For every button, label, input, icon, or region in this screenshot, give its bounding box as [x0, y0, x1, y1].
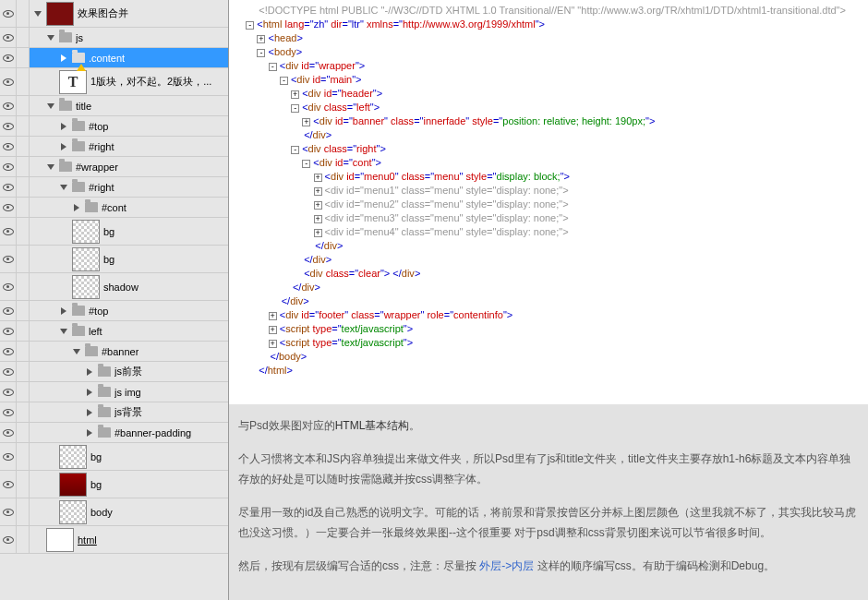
layer-row[interactable]: js: [0, 28, 228, 48]
code-line[interactable]: +<div id="header">: [235, 87, 862, 101]
expand-icon[interactable]: +: [257, 35, 265, 43]
expand-icon[interactable]: -: [280, 77, 288, 85]
code-line[interactable]: <div class="clear"> </div>: [235, 267, 862, 281]
code-line[interactable]: +<div id="footer" class="wrapper" role="…: [235, 308, 862, 322]
visibility-toggle[interactable]: [0, 218, 17, 245]
layers-panel[interactable]: 效果图合并js.contentT1版块，对不起。2版块，...title#top…: [0, 0, 229, 600]
code-line[interactable]: +<div id="menu1" class="menu" style="dis…: [235, 184, 862, 198]
expand-icon[interactable]: +: [291, 90, 299, 99]
layer-row[interactable]: shadow: [0, 273, 228, 301]
visibility-toggle[interactable]: [0, 423, 17, 442]
expand-icon[interactable]: +: [269, 326, 277, 334]
disclosure-icon[interactable]: [85, 408, 94, 417]
layer-row[interactable]: #right: [0, 137, 228, 157]
visibility-toggle[interactable]: [0, 526, 17, 553]
code-line[interactable]: -<div class="right">: [235, 142, 862, 156]
visibility-toggle[interactable]: [0, 0, 17, 27]
visibility-toggle[interactable]: [0, 362, 17, 381]
expand-icon[interactable]: +: [269, 312, 277, 320]
visibility-toggle[interactable]: [0, 342, 17, 361]
layer-row[interactable]: html: [0, 526, 228, 554]
layer-row[interactable]: js img: [0, 382, 228, 402]
disclosure-icon[interactable]: [72, 203, 81, 212]
layer-row[interactable]: bg: [0, 471, 228, 498]
code-line[interactable]: +<div id="menu3" class="menu" style="dis…: [235, 211, 862, 225]
code-line[interactable]: </html>: [235, 364, 862, 378]
layer-row[interactable]: #banner-padding: [0, 423, 228, 443]
disclosure-icon[interactable]: [46, 102, 55, 111]
expand-icon[interactable]: -: [291, 146, 299, 154]
disclosure-icon[interactable]: [59, 306, 68, 316]
layer-row[interactable]: T1版块，对不起。2版块，...: [0, 68, 228, 96]
layer-row[interactable]: #top: [0, 116, 228, 137]
code-line[interactable]: -<div id="cont">: [235, 156, 862, 170]
expand-icon[interactable]: -: [302, 160, 310, 168]
code-line[interactable]: </body>: [235, 350, 862, 364]
visibility-toggle[interactable]: [0, 198, 17, 217]
expand-icon[interactable]: -: [291, 104, 299, 113]
layer-row[interactable]: bg: [0, 443, 228, 471]
disclosure-icon[interactable]: [46, 162, 55, 172]
code-line[interactable]: +<script type="text/javascript">: [235, 336, 862, 350]
layer-row[interactable]: left: [0, 321, 228, 342]
disclosure-icon[interactable]: [59, 122, 68, 131]
expand-icon[interactable]: +: [314, 229, 322, 237]
layer-row[interactable]: #cont: [0, 198, 228, 218]
layer-row[interactable]: bg: [0, 218, 228, 246]
layer-row[interactable]: js前景: [0, 362, 228, 382]
code-line[interactable]: +<head>: [235, 31, 862, 45]
code-line[interactable]: +<div id="menu4" class="menu" style="dis…: [235, 225, 862, 239]
expand-icon[interactable]: +: [314, 201, 322, 210]
expand-icon[interactable]: +: [314, 174, 322, 182]
expand-icon[interactable]: -: [257, 49, 265, 57]
disclosure-icon[interactable]: [59, 183, 68, 192]
layer-row[interactable]: js背景: [0, 402, 228, 423]
disclosure-icon[interactable]: [59, 142, 68, 151]
expand-icon[interactable]: -: [246, 21, 254, 30]
visibility-toggle[interactable]: [0, 246, 17, 272]
code-line[interactable]: </div>: [235, 294, 862, 308]
code-line[interactable]: </div>: [235, 281, 862, 294]
layer-row[interactable]: #top: [0, 301, 228, 321]
layer-row[interactable]: #wrapper: [0, 157, 228, 177]
visibility-toggle[interactable]: [0, 498, 17, 525]
visibility-toggle[interactable]: [0, 301, 17, 320]
layer-row[interactable]: #banner: [0, 342, 228, 362]
code-line[interactable]: -<html lang="zh" dir="ltr" xmlns="http:/…: [235, 18, 862, 31]
visibility-toggle[interactable]: [0, 273, 17, 300]
visibility-toggle[interactable]: [0, 48, 17, 67]
code-line[interactable]: +<div id="banner" class="innerfade" styl…: [235, 114, 862, 128]
visibility-toggle[interactable]: [0, 402, 17, 422]
visibility-toggle[interactable]: [0, 321, 17, 341]
visibility-toggle[interactable]: [0, 116, 17, 136]
code-line[interactable]: +<div id="menu2" class="menu" style="dis…: [235, 198, 862, 211]
visibility-toggle[interactable]: [0, 28, 17, 47]
disclosure-icon[interactable]: [72, 347, 81, 356]
visibility-toggle[interactable]: [0, 471, 17, 498]
visibility-toggle[interactable]: [0, 96, 17, 115]
layer-row[interactable]: .content: [0, 48, 228, 68]
code-line[interactable]: -<body>: [235, 45, 862, 59]
code-line[interactable]: -<div id="wrapper">: [235, 59, 862, 73]
layer-row[interactable]: #right: [0, 177, 228, 198]
disclosure-icon[interactable]: [85, 367, 94, 377]
disclosure-icon[interactable]: [59, 54, 68, 63]
disclosure-icon[interactable]: [85, 428, 94, 438]
visibility-toggle[interactable]: [0, 137, 17, 156]
expand-icon[interactable]: +: [269, 340, 277, 348]
code-line[interactable]: +<div id="menu0" class="menu" style="dis…: [235, 170, 862, 184]
code-line[interactable]: -<div id="main">: [235, 73, 862, 87]
visibility-toggle[interactable]: [0, 157, 17, 176]
layer-row[interactable]: body: [0, 498, 228, 526]
layer-row[interactable]: bg: [0, 246, 228, 273]
visibility-toggle[interactable]: [0, 177, 17, 197]
code-editor[interactable]: <!DOCTYPE html PUBLIC "-//W3C//DTD XHTML…: [229, 0, 868, 404]
code-line[interactable]: </div>: [235, 239, 862, 253]
layer-row[interactable]: title: [0, 96, 228, 116]
code-line[interactable]: </div>: [235, 128, 862, 142]
disclosure-icon[interactable]: [85, 388, 94, 397]
disclosure-icon[interactable]: [59, 327, 68, 336]
disclosure-icon[interactable]: [46, 33, 55, 42]
code-line[interactable]: <!DOCTYPE html PUBLIC "-//W3C//DTD XHTML…: [235, 4, 862, 18]
expand-icon[interactable]: +: [314, 187, 322, 196]
